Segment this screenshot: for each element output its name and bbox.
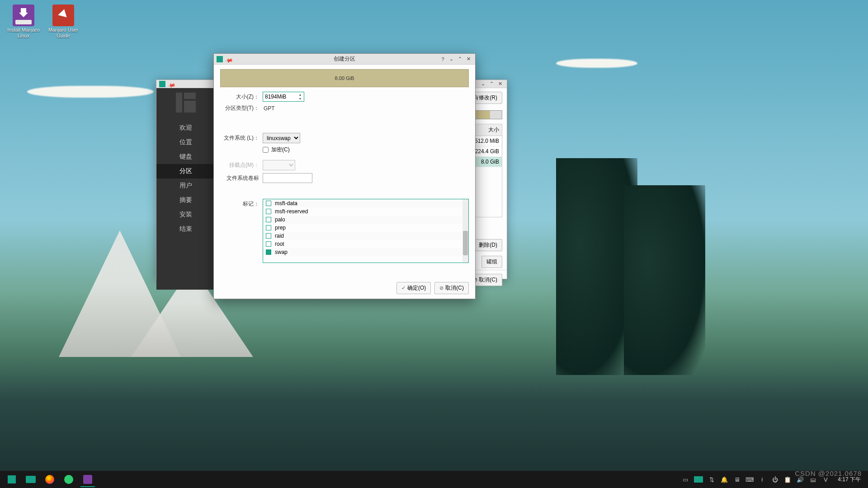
flag-root[interactable]: root [263,240,462,248]
size-input[interactable] [263,92,297,101]
tray-bell-icon[interactable]: 🔔 [720,475,728,483]
flag-label: msft-data [275,200,297,206]
checkbox-icon[interactable] [266,209,271,214]
step-welcome[interactable]: 欢迎 [156,121,215,135]
flags-listbox[interactable]: msft-datamsft-reservedpaloprepraidrootsw… [263,199,469,263]
step-partition[interactable]: 分区 [156,164,215,178]
volume-name-input[interactable] [263,173,312,183]
tray-updates-icon[interactable]: ⇅ [708,475,716,483]
delete-partition-button[interactable]: 删除(D) [474,239,502,251]
start-menu-button[interactable] [3,472,21,487]
tray-desktop-pager[interactable] [694,476,703,483]
flag-label: swap [275,249,288,255]
checkbox-icon[interactable] [266,241,271,247]
flags-scrollbar[interactable] [462,199,468,263]
file-manager-button[interactable] [22,472,40,487]
cancel-icon: ⊘ [439,285,443,291]
ok-button[interactable]: ✓ 确定(O) [396,282,431,294]
mountpoint-select [263,160,295,170]
step-keyboard[interactable]: 键盘 [156,150,215,164]
manjaro-app-icon [159,81,165,87]
flag-msft-data[interactable]: msft-data [263,199,462,207]
installer-icon [83,475,92,484]
encrypt-label: 加密(C) [271,146,290,154]
spin-up-icon[interactable]: ▲ [297,93,303,97]
flag-prep[interactable]: prep [263,224,462,232]
flag-label: raid [275,233,284,239]
encrypt-checkbox[interactable] [263,147,269,153]
tray-disk-icon[interactable]: 🖴 [809,475,817,483]
create-partition-dialog: 📌 创建分区 ? ⌄ ⌃ ✕ 8.00 GiB 大小(Z)： ▲ ▼ 分区类型(… [213,53,476,299]
size-label: 大小(Z)： [220,93,259,101]
tray-keyboard-icon[interactable]: ⌨ [745,475,754,483]
volume-name-label: 文件系统卷标 [220,174,259,182]
tray-volume-icon[interactable]: 🔊 [796,475,804,483]
taskbar: ▭ ⇅ 🔔 🖥 ⌨ ᚼ ⏻ 📋 🔊 🖴 ᐯ 4:17 下午 [0,471,868,488]
spin-down-icon[interactable]: ▼ [297,97,303,101]
tray-display-icon[interactable]: 🖥 [733,475,741,483]
tray-power-icon[interactable]: ⏻ [771,475,779,483]
flag-swap[interactable]: swap [263,248,462,256]
check-icon: ✓ [401,285,406,291]
flag-label: msft-reserved [275,208,308,215]
desktop-icon-label: Install ManjaroLinux [5,27,42,39]
help-button[interactable]: ? [439,55,447,63]
firefox-button[interactable] [41,472,59,487]
checkbox-icon[interactable] [266,217,271,222]
checkbox-icon[interactable] [266,225,271,230]
step-summary[interactable]: 摘要 [156,193,215,207]
step-location[interactable]: 位置 [156,135,215,150]
download-icon [64,475,73,484]
flag-palo[interactable]: palo [263,216,462,224]
size-preview-label: 8.00 GiB [335,75,354,81]
manjaro-logo-icon [8,475,16,483]
updates-button[interactable] [60,472,78,487]
filesystem-select[interactable]: linuxswap [263,133,300,143]
pin-icon[interactable]: 📌 [226,56,232,62]
volgroup-button[interactable]: 罐组 [481,256,502,268]
step-install[interactable]: 安装 [156,207,215,222]
folder-icon [26,476,36,483]
size-preview-bar[interactable]: 8.00 GiB [220,69,469,87]
desktop-icon-install-manjaro[interactable]: Install ManjaroLinux [5,5,42,39]
close-button[interactable]: ✕ [465,55,472,63]
minimize-button[interactable]: ⌄ [448,55,455,63]
scrollbar-thumb[interactable] [463,231,468,255]
flag-raid[interactable]: raid [263,232,462,240]
partition-type-value: GPT [263,105,275,112]
checkbox-icon[interactable] [266,233,271,239]
partition-type-label: 分区类型(T)： [220,104,259,112]
tray-chevron-icon[interactable]: ᐯ [821,475,830,483]
maximize-button[interactable]: ⌃ [488,80,495,88]
tray-clipboard-icon[interactable]: 📋 [783,475,792,483]
dialog-titlebar[interactable]: 📌 创建分区 ? ⌄ ⌃ ✕ [214,54,475,65]
flag-msft-reserved[interactable]: msft-reserved [263,207,462,216]
dialog-title: 创建分区 [334,55,355,63]
taskbar-clock[interactable]: 4:17 下午 [838,476,861,483]
flag-label: palo [275,216,285,223]
partition-seg-free [490,111,502,119]
filesystem-label: 文件系统 (L)： [220,134,259,142]
flag-label: prep [275,225,286,231]
pin-icon[interactable]: 📌 [168,81,175,87]
tray-bluetooth-icon[interactable]: ᚼ [758,475,766,483]
maximize-button[interactable]: ⌃ [456,55,464,63]
firefox-icon [45,475,54,484]
cancel-button[interactable]: ⊘ 取消(C) [434,282,469,294]
checkbox-icon[interactable] [266,201,271,206]
calamares-sidebar: 欢迎 位置 键盘 分区 用户 摘要 安装 结束 [156,88,215,290]
mountpoint-label: 挂载点(M)： [220,161,259,169]
checkbox-icon[interactable] [266,249,271,255]
manjaro-app-icon [217,56,223,62]
close-button[interactable]: ✕ [496,80,504,88]
flag-label: root [275,241,284,247]
show-desktop-button[interactable]: ▭ [681,475,689,483]
step-user[interactable]: 用户 [156,178,215,193]
size-spinbox[interactable]: ▲ ▼ [263,92,304,102]
installer-icon [13,5,34,26]
minimize-button[interactable]: ⌄ [479,80,487,88]
flags-label: 标记： [220,200,259,208]
desktop-icon-manjaro-guide[interactable]: Manjaro UserGuide [45,5,81,39]
step-finish[interactable]: 结束 [156,222,215,236]
installer-task-button[interactable] [79,472,97,487]
